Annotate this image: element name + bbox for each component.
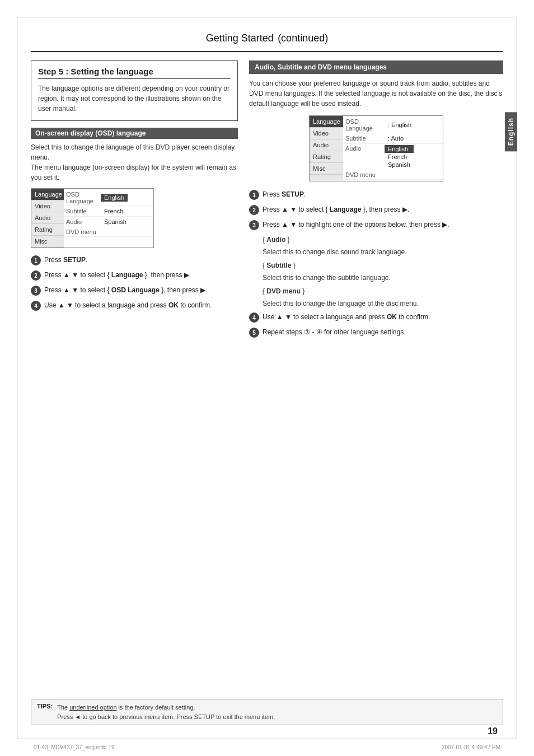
col-left: Step 5 : Setting the language The langua… — [31, 60, 238, 342]
content-area: Step 5 : Setting the language The langua… — [31, 52, 503, 342]
osd-header: On-screen display (OSD) language — [31, 128, 238, 139]
menu-row-osd: OSD Language English — [64, 190, 153, 206]
menu-nav-audio: Audio — [31, 212, 64, 224]
right-step-1: 1 Press SETUP. — [249, 189, 503, 200]
audio-subtitle-header: Audio, Subtitle and DVD menu languages — [249, 60, 503, 74]
tips-label: TIPS: — [37, 703, 53, 710]
menu-rrow-subtitle: Subtitle : Auto — [343, 133, 443, 144]
menu-rnav-rating: Rating — [310, 151, 343, 163]
menu-row-audio: Audio Spanish — [64, 217, 153, 227]
page-header: Getting Started (continued) — [31, 0, 503, 52]
menu-mock-right: Language Video Audio Rating Misc OSD Lan… — [309, 115, 443, 181]
tips-bar: TIPS: The underlined option is the facto… — [31, 699, 503, 725]
page-border-bottom — [17, 739, 517, 739]
menu-nav-misc: Misc — [31, 236, 64, 248]
menu-row-dvdmenu: DVD menu — [64, 227, 153, 237]
menu-rrow-dvdmenu: DVD menu — [343, 170, 443, 180]
sub-audio-desc: Select this to change disc sound track l… — [263, 247, 503, 257]
footer-file: 01-43_MDV437_37_eng.indd 19 — [34, 744, 115, 750]
menu-nav-language: Language — [31, 189, 64, 200]
right-step-5: 5 Repeat steps ③ - ④ for other language … — [249, 327, 503, 338]
left-step-3: 3 Press ▲ ▼ to select { OSD Language }, … — [31, 285, 238, 296]
left-step-2: 2 Press ▲ ▼ to select { Language }, then… — [31, 270, 238, 281]
menu-nav-rating: Rating — [31, 224, 64, 236]
page-title: Getting Started (continued) — [64, 28, 470, 45]
menu-row-subtitle: Subtitle French — [64, 206, 153, 217]
menu-nav-col-right: Language Video Audio Rating Misc — [310, 116, 343, 181]
right-steps-list: 1 Press SETUP. 2 Press ▲ ▼ to select { L… — [249, 189, 503, 230]
sub-subtitle-desc: Select this to change the subtitle langu… — [263, 273, 503, 283]
step-intro: The language options are different depen… — [38, 83, 231, 114]
menu-rnav-language: Language — [310, 116, 343, 128]
menu-nav-video: Video — [31, 200, 64, 212]
sub-audio: { Audio } — [263, 235, 503, 245]
menu-main-col-right: OSD Language : English Subtitle : Auto A… — [343, 116, 443, 181]
page-border-top — [17, 17, 517, 17]
left-steps-list: 1 Press SETUP. 2 Press ▲ ▼ to select { L… — [31, 255, 238, 311]
menu-nav-col: Language Video Audio Rating Misc — [31, 189, 64, 248]
page-number: 19 — [488, 726, 498, 736]
menu-mock-left: Language Video Audio Rating Misc OSD Lan… — [31, 188, 154, 248]
sub-subtitle: { Subtitle } — [263, 260, 503, 270]
menu-rrow-audio: Audio English French Spanish — [343, 144, 443, 170]
sub-dvdmenu-desc: Select this to change the language of th… — [263, 298, 503, 309]
tips-text: The underlined option is the factory def… — [57, 703, 275, 721]
sub-dvdmenu: { DVD menu } — [263, 286, 503, 296]
english-tab: English — [505, 112, 517, 151]
osd-desc1: Select this to change the language of th… — [31, 142, 238, 183]
col-right: Audio, Subtitle and DVD menu languages Y… — [249, 60, 503, 342]
step-title: Step 5 : Setting the language — [38, 67, 231, 79]
right-step-4: 4 Use ▲ ▼ to select a language and press… — [249, 312, 503, 323]
step-box: Step 5 : Setting the language The langua… — [31, 60, 238, 121]
left-step-1: 1 Press SETUP. — [31, 255, 238, 265]
page-border-left — [17, 17, 17, 739]
menu-rnav-video: Video — [310, 128, 343, 139]
left-step-4: 4 Use ▲ ▼ to select a language and press… — [31, 300, 238, 311]
audio-desc: You can choose your preferred language o… — [249, 78, 503, 109]
menu-rnav-misc: Misc — [310, 163, 343, 175]
menu-rnav-audio: Audio — [310, 139, 343, 151]
footer-date: 2007-01-31 4:49:47 PM — [442, 744, 500, 750]
right-steps-list-2: 4 Use ▲ ▼ to select a language and press… — [249, 312, 503, 338]
right-step-2: 2 Press ▲ ▼ to select { Language }, then… — [249, 204, 503, 215]
menu-main-col: OSD Language English Subtitle French Aud… — [64, 189, 153, 248]
right-step-3: 3 Press ▲ ▼ to highlight one of the opti… — [249, 220, 503, 230]
menu-rrow-osd: OSD Language : English — [343, 117, 443, 133]
